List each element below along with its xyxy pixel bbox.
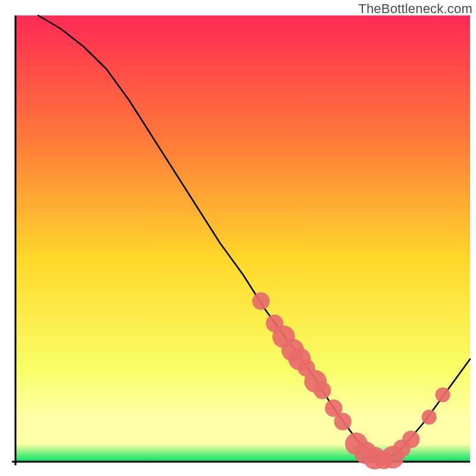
- marker: [402, 431, 419, 448]
- marker: [422, 409, 437, 424]
- marker: [334, 413, 351, 430]
- chart-container: TheBottleneck.com: [0, 0, 476, 476]
- marker: [252, 292, 270, 309]
- watermark-text: TheBottleneck.com: [358, 1, 472, 17]
- plot-background: [15, 15, 470, 462]
- chart-svg: [0, 0, 476, 476]
- marker: [314, 381, 331, 399]
- marker: [436, 387, 450, 402]
